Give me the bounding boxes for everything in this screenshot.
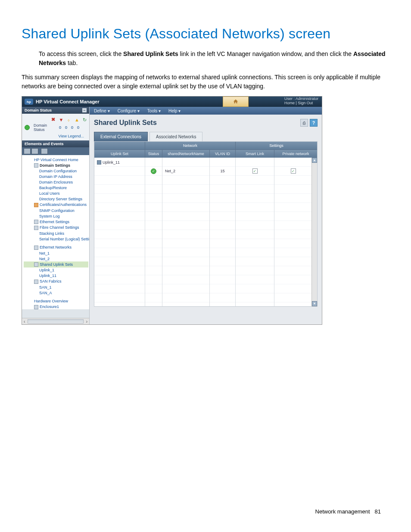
user-block: User : Administrator Home | Sign Out [284, 97, 318, 106]
scroll-down-icon[interactable]: ▾ [312, 301, 317, 306]
tree-domain-configuration[interactable]: Domain Configuration [24, 168, 88, 174]
scroll-left-icon[interactable]: ‹ [22, 319, 27, 324]
footer-page-number: 81 [375, 508, 381, 515]
tree-domain-settings[interactable]: Domain Settings [24, 162, 88, 168]
grid-body: Uplink_11 ✓ Net_2 15 ✓ ✓ [94, 158, 317, 306]
sidebar-hscroll[interactable]: ‹› [22, 318, 89, 324]
warn-icon: ⬨ [67, 117, 71, 121]
tree-shared-uplink-sets[interactable]: Shared Uplink Sets [24, 261, 88, 268]
grid-row-group[interactable]: Uplink_11 [94, 158, 312, 167]
tree-refresh-button[interactable] [41, 148, 48, 154]
tree-home[interactable]: HP Virtual Connect Home [24, 157, 88, 162]
print-button[interactable]: ⎙ [300, 119, 308, 127]
tree-uplink1[interactable]: Uplink_1 [24, 268, 88, 273]
tree-fc-set-label: Fibre Channel Settings [40, 225, 79, 230]
scroll-up-icon[interactable]: ▴ [312, 158, 317, 163]
hp-logo-icon: hp [25, 99, 33, 105]
menu-configure[interactable]: Configure ▾ [114, 108, 143, 114]
status-ok-icon [25, 125, 30, 130]
tab-associated-networks[interactable]: Associated Networks [149, 132, 202, 141]
tree-sus-label: Shared Uplink Sets [40, 262, 73, 267]
tree-ethernet-settings[interactable]: Ethernet Settings [24, 219, 88, 225]
tree-sana[interactable]: SAN_A [24, 290, 88, 296]
scroll-right-icon[interactable]: › [84, 319, 89, 324]
tree-ethernet-networks[interactable]: Ethernet Networks [24, 245, 88, 251]
col-smart-link[interactable]: Smart Link [236, 149, 274, 158]
col-vlan-id[interactable]: VLAN ID [210, 149, 236, 158]
menubar: Define ▾ Configure ▾ Tools ▾ Help ▾ [90, 107, 322, 115]
status-row-label: Domain Status [34, 123, 55, 132]
cell-network-name: Net_2 [162, 167, 210, 175]
tree-domain-settings-label: Domain Settings [40, 163, 70, 168]
ribbon-home-icon[interactable] [223, 96, 249, 107]
page-heading: Shared Uplink Sets (Associated Networks)… [22, 26, 389, 42]
grid-vscroll[interactable]: ▴ ▾ [311, 158, 317, 306]
intro-bold-1: Shared Uplink Sets [123, 50, 178, 57]
tree-fc-settings[interactable]: Fibre Channel Settings [24, 225, 88, 231]
app-screenshot: hp HP Virtual Connect Manager User : Adm… [22, 96, 322, 325]
tree-san-label: SAN Fabrics [40, 279, 62, 283]
col-private-network[interactable]: Private network [274, 149, 317, 158]
tree-san1[interactable]: SAN_1 [24, 284, 88, 290]
col-group-settings: Settings [236, 142, 317, 149]
help-button[interactable]: ? [310, 119, 318, 127]
caution-icon: ▲ [75, 117, 79, 121]
tree-net2[interactable]: Net_2 [24, 256, 88, 261]
view-legend-link[interactable]: View Legend... [59, 134, 84, 138]
home-link[interactable]: Home [284, 101, 295, 105]
tree-enc1-label: Enclosure1 [40, 305, 59, 309]
tree-expand-button[interactable] [24, 148, 31, 154]
filter-icon: ▼ [59, 117, 63, 121]
sidebar: Domain Status − ✖ ▼ ⬨ ▲ ↻ Domain Status [22, 107, 90, 324]
tree-directory-server[interactable]: Directory Server Settings [24, 196, 88, 202]
scroll-thumb[interactable] [28, 319, 83, 324]
app-title: HP Virtual Connect Manager [36, 99, 100, 104]
menu-define[interactable]: Define ▾ [90, 108, 113, 114]
footer-section: Network management [315, 508, 370, 515]
tree-certificates[interactable]: Certificates/Authentications [24, 202, 88, 208]
error-icon: ✖ [51, 117, 55, 121]
tree-net1[interactable]: Net_1 [24, 250, 88, 256]
tree-serial-number[interactable]: Serial Number (Logical) Settings [24, 236, 88, 242]
tree-syslog[interactable]: System Log [24, 213, 88, 219]
tree-hardware-overview[interactable]: Hardware Overview [24, 298, 88, 304]
col-group-network: Network [145, 142, 236, 149]
row-toggle-icon[interactable] [97, 160, 101, 165]
count-a: 0 [59, 125, 61, 130]
intro-text-post: tab. [66, 59, 78, 66]
menu-tools[interactable]: Tools ▾ [144, 108, 164, 114]
col-uplink-set[interactable]: Uplink Set [94, 149, 145, 158]
menu-help[interactable]: Help ▾ [165, 108, 184, 114]
tree-san-fabrics[interactable]: SAN Fabrics [24, 279, 88, 285]
tree-enclosure1[interactable]: Enclosure1 [24, 304, 88, 309]
domain-status-label: Domain Status [25, 108, 52, 112]
main-area: Define ▾ Configure ▾ Tools ▾ Help ▾ Shar… [90, 107, 322, 324]
intro-paragraph: To access this screen, click the Shared … [22, 50, 389, 68]
tree-certificates-label: Certificates/Authentications [40, 202, 87, 207]
count-c: 0 [71, 125, 73, 130]
signout-link[interactable]: Sign Out [298, 101, 313, 105]
intro-text: To access this screen, click the [39, 50, 123, 57]
tree-domain-enclosures[interactable]: Domain Enclosures [24, 180, 88, 185]
collapse-icon[interactable]: − [82, 108, 87, 112]
col-network-name[interactable]: sharedNetworkName [162, 149, 210, 158]
tree-domain-ip[interactable]: Domain IP Address [24, 174, 88, 180]
tree-backup-restore[interactable]: Backup/Restore [24, 185, 88, 191]
grid-row-data[interactable]: ✓ Net_2 15 ✓ ✓ [94, 167, 312, 175]
tree-snmp[interactable]: SNMP Configuration [24, 208, 88, 213]
nav-tree: HP Virtual Connect Home Domain Settings … [22, 155, 89, 309]
tree-collapse-button[interactable] [31, 148, 38, 154]
tree-uplink11[interactable]: Uplink_11 [24, 273, 88, 279]
private-network-checkbox[interactable]: ✓ [291, 168, 296, 174]
tab-external-connections[interactable]: External Connections [94, 132, 148, 141]
col-status[interactable]: Status [145, 149, 162, 158]
cell-vlan-id: 15 [210, 167, 236, 175]
smart-link-checkbox[interactable]: ✓ [252, 168, 258, 174]
sidebar-domain-status-header: Domain Status − [22, 107, 89, 114]
status-ok-icon: ✓ [151, 168, 156, 174]
tree-eth-net-label: Ethernet Networks [40, 245, 72, 249]
status-panel: ✖ ▼ ⬨ ▲ ↻ Domain Status 0 0 0 0 View [22, 114, 89, 140]
intro-text-mid: link in the left VC Manager navigation w… [178, 50, 353, 57]
tree-local-users[interactable]: Local Users [24, 191, 88, 196]
tree-stacking-links[interactable]: Stacking Links [24, 231, 88, 236]
